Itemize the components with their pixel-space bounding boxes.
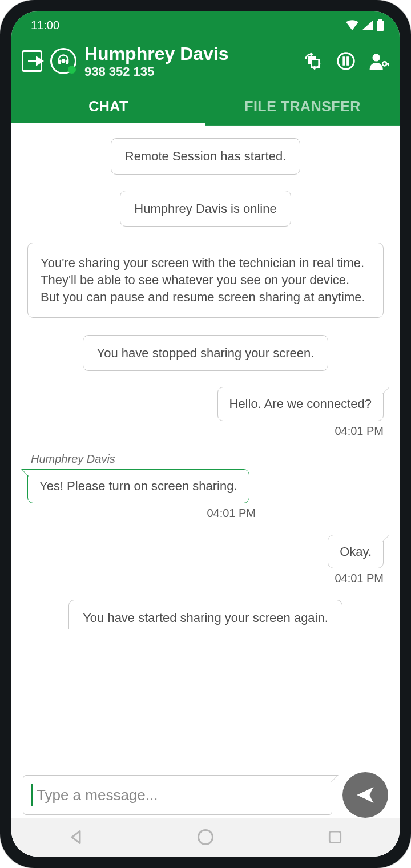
session-id: 938 352 135 [84,64,295,79]
device-frame: 11:00 Humphrey Davis 938 352 135 [0,0,411,868]
svg-rect-6 [343,57,345,65]
send-icon [355,785,376,805]
svg-rect-11 [388,63,389,66]
exit-button[interactable] [22,51,42,71]
nav-home[interactable] [196,827,215,847]
title-block: Humphrey Davis 938 352 135 [84,43,295,79]
square-recent-icon [328,830,342,845]
system-message: You have started sharing your screen aga… [68,600,342,629]
send-button[interactable] [342,772,388,818]
incoming-message: Yes! Please turn on screen sharing. [27,469,249,503]
outgoing-message: Okay. [328,535,384,569]
input-bar: Type a message... [11,772,400,818]
tab-file-transfer[interactable]: FILE TRANSFER [206,87,400,125]
message-time: 04:01 PM [335,572,384,585]
svg-point-8 [373,54,380,61]
partial-system-row: You have started sharing your screen aga… [27,600,384,629]
app-header: 11:00 Humphrey Davis 938 352 135 [11,11,400,126]
system-info: You're sharing your screen with the tech… [27,243,384,317]
pause-button[interactable] [336,51,356,71]
contact-name: Humphrey Davis [84,43,295,64]
screen: 11:00 Humphrey Davis 938 352 135 [11,11,400,857]
message-time: 04:01 PM [27,507,256,520]
tab-chat[interactable]: CHAT [11,87,206,125]
system-message: Humphrey Davis is online [120,191,291,227]
svg-point-5 [338,53,354,69]
system-message: Remote Session has started. [111,138,300,175]
title-row: Humphrey Davis 938 352 135 [11,39,400,87]
nav-back[interactable] [66,827,86,847]
outgoing-message-row: Hello. Are we connected? 04:01 PM [27,387,384,438]
text-caret-icon [31,784,33,806]
swap-icon [304,52,322,70]
android-navbar [11,818,400,857]
svg-rect-1 [378,19,382,21]
wifi-icon [346,20,358,30]
svg-point-12 [198,830,212,845]
svg-rect-7 [347,57,349,65]
pause-icon [336,51,356,71]
status-time: 11:00 [31,19,59,32]
status-icons [346,19,384,31]
message-time: 04:01 PM [335,425,384,438]
svg-rect-4 [311,59,319,67]
circle-home-icon [197,829,214,846]
svg-rect-13 [329,831,341,843]
avatar[interactable] [50,48,76,74]
swap-button[interactable] [303,51,323,71]
svg-rect-0 [377,21,384,31]
header-actions [303,51,389,71]
battery-icon [377,19,384,31]
outgoing-message-row: Okay. 04:01 PM [27,535,384,586]
incoming-message-block: Humphrey Davis Yes! Please turn on scree… [27,453,384,520]
status-bar: 11:00 [11,11,400,39]
user-key-button[interactable] [369,51,389,71]
svg-point-2 [62,59,66,63]
input-placeholder: Type a message... [37,786,158,804]
signal-icon [362,20,373,30]
outgoing-message: Hello. Are we connected? [217,387,384,421]
nav-recent[interactable] [325,827,345,847]
online-dot-icon [68,66,76,74]
system-message: You have stopped sharing your screen. [83,335,329,372]
triangle-back-icon [68,829,84,845]
exit-icon [22,50,42,72]
user-key-icon [369,53,389,70]
message-input[interactable]: Type a message... [23,775,332,815]
tabs: CHAT FILE TRANSFER [11,87,400,126]
chat-area[interactable]: Remote Session has started. Humphrey Dav… [11,126,400,857]
sender-name: Humphrey Davis [31,453,384,466]
